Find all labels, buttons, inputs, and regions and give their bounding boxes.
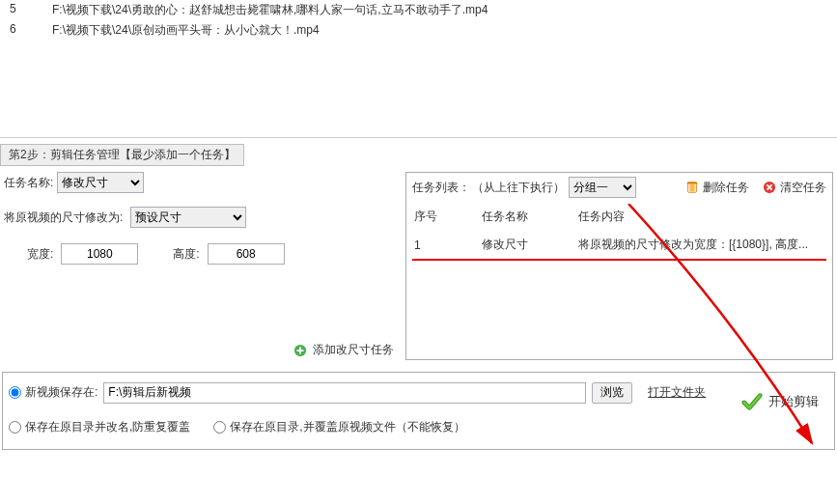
open-folder-link[interactable]: 打开文件夹	[648, 384, 706, 401]
save-overwrite-radio[interactable]: 保存在原目录,并覆盖原视频文件（不能恢复）	[213, 419, 464, 435]
browse-button[interactable]: 浏览	[592, 382, 632, 404]
width-label: 宽度:	[27, 246, 53, 263]
task-name: 修改尺寸	[474, 231, 571, 259]
task-no: 1	[406, 231, 474, 259]
clear-tasks-button[interactable]: 清空任务	[763, 180, 826, 196]
save-overwrite-label: 保存在原目录,并覆盖原视频文件（不能恢复）	[230, 419, 464, 435]
save-to-radio[interactable]: 新视频保存在:	[9, 384, 98, 401]
add-resize-task-button[interactable]: 添加改尺寸任务	[293, 342, 394, 358]
task-name-label: 任务名称:	[4, 175, 53, 191]
task-list-label: 任务列表：	[412, 180, 470, 196]
file-path: F:\视频下载\24\勇敢的心：赵舒城想击毙霍啸林,哪料人家一句话,立马不敢动手…	[52, 2, 833, 18]
width-input[interactable]	[61, 243, 138, 265]
add-task-label: 添加改尺寸任务	[313, 342, 394, 358]
output-path-input[interactable]	[103, 382, 586, 404]
col-name: 任务名称	[474, 203, 571, 231]
task-name-select[interactable]: 修改尺寸	[57, 172, 144, 193]
svg-rect-2	[687, 182, 698, 184]
task-row[interactable]: 1 修改尺寸 将原视频的尺寸修改为宽度：[{1080}], 高度...	[406, 231, 832, 259]
task-list-panel: 任务列表： （从上往下执行） 分组一 删除任务 清空任务	[405, 172, 833, 360]
preset-size-select[interactable]: 预设尺寸	[130, 207, 246, 228]
col-no: 序号	[406, 203, 474, 231]
start-clip-label: 开始剪辑	[768, 393, 819, 410]
resize-to-label: 将原视频的尺寸修改为:	[4, 210, 123, 226]
check-icon	[741, 391, 763, 412]
file-row[interactable]: 6 F:\视频下载\24\原创动画平头哥：从小心就大！.mp4	[0, 20, 837, 41]
task-config-panel: 任务名称: 修改尺寸 将原视频的尺寸修改为: 预设尺寸 宽度: 高度: 添加改尺…	[4, 172, 400, 360]
save-rename-label: 保存在原目录并改名,防重复覆盖	[25, 419, 190, 435]
start-clip-button[interactable]: 开始剪辑	[736, 380, 824, 423]
save-rename-radio[interactable]: 保存在原目录并改名,防重复覆盖	[9, 419, 190, 435]
file-index: 5	[4, 2, 52, 18]
task-table: 序号 任务名称 任务内容 1 修改尺寸 将原视频的尺寸修改为宽度：[{1080}…	[406, 203, 832, 259]
delete-task-label: 删除任务	[703, 180, 749, 196]
height-label: 高度:	[173, 246, 199, 263]
col-content: 任务内容	[571, 203, 832, 231]
task-separator-line	[412, 259, 826, 261]
clear-tasks-label: 清空任务	[780, 180, 826, 196]
save-to-label: 新视频保存在:	[25, 384, 98, 401]
step-2-header: 第2步：剪辑任务管理【最少添加一个任务】	[0, 144, 244, 166]
exec-order-label: （从上往下执行）	[472, 180, 565, 196]
height-input[interactable]	[208, 243, 285, 265]
task-content: 将原视频的尺寸修改为宽度：[{1080}], 高度...	[571, 231, 832, 259]
file-path: F:\视频下载\24\原创动画平头哥：从小心就大！.mp4	[52, 22, 833, 39]
group-select[interactable]: 分组一	[569, 177, 636, 198]
file-index: 6	[4, 22, 52, 39]
file-row[interactable]: 5 F:\视频下载\24\勇敢的心：赵舒城想击毙霍啸林,哪料人家一句话,立马不敢…	[0, 0, 837, 20]
source-file-list: 5 F:\视频下载\24\勇敢的心：赵舒城想击毙霍啸林,哪料人家一句话,立马不敢…	[0, 0, 837, 138]
plus-icon	[293, 344, 307, 357]
delete-icon	[685, 181, 699, 194]
delete-task-button[interactable]: 删除任务	[685, 180, 749, 196]
output-settings-panel: 新视频保存在: 浏览 打开文件夹 保存在原目录并改名,防重复覆盖 保存在原目录,…	[2, 372, 835, 450]
clear-icon	[763, 181, 776, 194]
